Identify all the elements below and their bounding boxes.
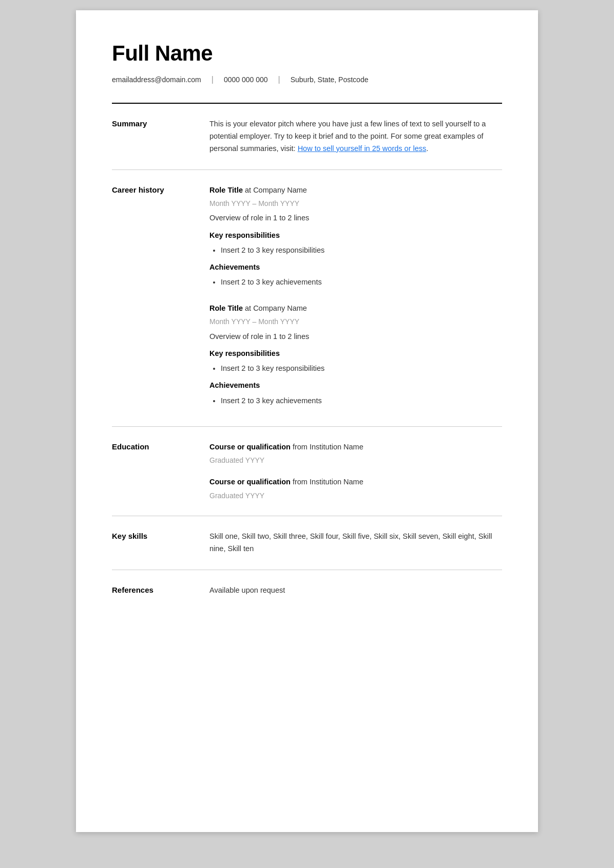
edu-block-2: Course or qualification from Institution… xyxy=(209,476,502,501)
summary-text: This is your elevator pitch where you ha… xyxy=(209,118,502,155)
location: Suburb, State, Postcode xyxy=(291,76,369,84)
summary-content: This is your elevator pitch where you ha… xyxy=(209,118,502,155)
job-block-2: Role Title at Company Name Month YYYY – … xyxy=(209,303,502,407)
responsibilities-list-1: Insert 2 to 3 key responsibilities xyxy=(209,244,502,256)
achievements-label-2: Achievements xyxy=(209,380,502,391)
references-section: References Available upon request xyxy=(112,570,502,611)
references-content: Available upon request xyxy=(209,584,502,596)
responsibilities-list-2: Insert 2 to 3 key responsibilities xyxy=(209,363,502,374)
job-company-2: at Company Name xyxy=(243,304,307,312)
education-label: Education xyxy=(112,441,209,501)
references-label: References xyxy=(112,584,209,596)
edu-title-line-2: Course or qualification from Institution… xyxy=(209,476,502,488)
edu-institution-1: from Institution Name xyxy=(291,443,363,451)
references-text: Available upon request xyxy=(209,584,502,596)
job-title-1: Role Title xyxy=(209,186,243,194)
job-date-2: Month YYYY – Month YYYY xyxy=(209,316,502,327)
summary-label: Summary xyxy=(112,118,209,155)
key-resp-label-2: Key responsibilities xyxy=(209,348,502,360)
phone: 0000 000 000 xyxy=(224,76,268,84)
contact-line: emailaddress@domain.com | 0000 000 000 |… xyxy=(112,75,502,92)
job-company-1: at Company Name xyxy=(243,186,307,194)
job-overview-1: Overview of role in 1 to 2 lines xyxy=(209,212,502,224)
job-title-line-2: Role Title at Company Name xyxy=(209,303,502,314)
separator-2: | xyxy=(278,75,280,84)
edu-institution-2: from Institution Name xyxy=(291,478,363,486)
separator-1: | xyxy=(212,75,214,84)
summary-link[interactable]: How to sell yourself in 25 words or less xyxy=(298,144,427,153)
education-section: Education Course or qualification from I… xyxy=(112,427,502,516)
edu-block-1: Course or qualification from Institution… xyxy=(209,441,502,466)
education-content: Course or qualification from Institution… xyxy=(209,441,502,501)
key-skills-section: Key skills Skill one, Skill two, Skill t… xyxy=(112,516,502,570)
career-history-content: Role Title at Company Name Month YYYY – … xyxy=(209,184,502,412)
job-title-2: Role Title xyxy=(209,304,243,312)
job-overview-2: Overview of role in 1 to 2 lines xyxy=(209,331,502,343)
edu-date-2: Graduated YYYY xyxy=(209,490,502,501)
resume-page: Full Name emailaddress@domain.com | 0000… xyxy=(76,10,538,832)
achievements-list-1: Insert 2 to 3 key achievements xyxy=(209,276,502,288)
edu-course-1: Course or qualification xyxy=(209,443,291,451)
achievements-list-2: Insert 2 to 3 key achievements xyxy=(209,395,502,407)
skills-text: Skill one, Skill two, Skill three, Skill… xyxy=(209,531,502,555)
key-skills-label: Key skills xyxy=(112,531,209,555)
job-date-1: Month YYYY – Month YYYY xyxy=(209,198,502,209)
list-item: Insert 2 to 3 key achievements xyxy=(221,395,502,407)
email: emailaddress@domain.com xyxy=(112,76,201,84)
list-item: Insert 2 to 3 key responsibilities xyxy=(221,363,502,374)
job-title-line-1: Role Title at Company Name xyxy=(209,184,502,196)
job-block-1: Role Title at Company Name Month YYYY – … xyxy=(209,184,502,289)
achievements-label-1: Achievements xyxy=(209,261,502,273)
edu-date-1: Graduated YYYY xyxy=(209,455,502,466)
edu-course-2: Course or qualification xyxy=(209,478,291,486)
list-item: Insert 2 to 3 key achievements xyxy=(221,276,502,288)
full-name: Full Name xyxy=(112,41,502,66)
list-item: Insert 2 to 3 key responsibilities xyxy=(221,244,502,256)
summary-section: Summary This is your elevator pitch wher… xyxy=(112,104,502,170)
key-resp-label-1: Key responsibilities xyxy=(209,230,502,241)
edu-title-line-1: Course or qualification from Institution… xyxy=(209,441,502,453)
career-history-label: Career history xyxy=(112,184,209,412)
key-skills-content: Skill one, Skill two, Skill three, Skill… xyxy=(209,531,502,555)
career-history-section: Career history Role Title at Company Nam… xyxy=(112,170,502,427)
